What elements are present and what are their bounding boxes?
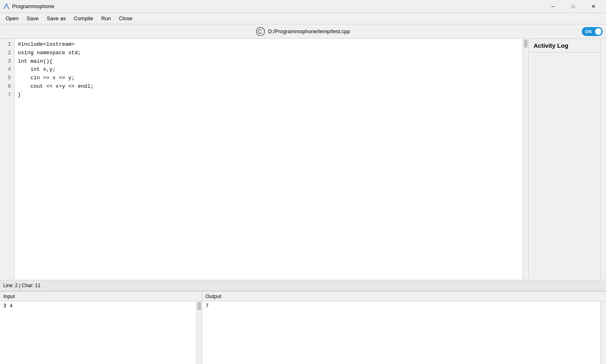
input-scrollbar-thumb — [197, 302, 201, 310]
output-panel-body — [202, 301, 606, 364]
main-area: 1 2 3 4 5 6 7 #include<iostream> using n… — [0, 39, 606, 280]
menu-bar: Open Save Save as Compile Run Close — [0, 13, 606, 24]
app-icon — [3, 3, 10, 10]
activity-log-header: Activity Log — [529, 39, 600, 53]
line-num-7: 7 — [3, 91, 11, 99]
editor-section: 1 2 3 4 5 6 7 #include<iostream> using n… — [0, 39, 528, 280]
code-editor[interactable]: #include<iostream> using namespace std; … — [15, 39, 523, 280]
menu-open[interactable]: Open — [2, 14, 23, 23]
activity-log-scrollbar[interactable] — [600, 39, 606, 280]
output-panel: Output — [202, 292, 606, 364]
window-controls: ─ □ ✕ — [544, 0, 603, 13]
toggle-switch[interactable]: ON — [582, 27, 603, 36]
activity-log-panel: Activity Log — [528, 39, 600, 280]
svg-point-0 — [256, 27, 265, 35]
file-path: D:/Programmophone/temp/test.cpp — [268, 28, 350, 34]
toolbar-center: D:/Programmophone/temp/test.cpp — [24, 27, 582, 36]
output-scrollbar[interactable] — [600, 301, 606, 364]
menu-run[interactable]: Run — [97, 14, 115, 23]
title-bar-left: Programmophone — [3, 3, 54, 10]
input-panel-header: Input — [0, 292, 202, 301]
line-num-3: 3 — [3, 57, 11, 66]
bottom-panels: Input Output — [0, 291, 606, 364]
menu-save-as[interactable]: Save as — [42, 14, 70, 23]
line-numbers: 1 2 3 4 5 6 7 — [0, 39, 15, 280]
output-panel-header: Output — [202, 292, 606, 301]
line-num-1: 1 — [3, 40, 11, 49]
line-num-2: 2 — [3, 49, 11, 57]
toggle-label: ON — [585, 29, 592, 34]
editor-scrollbar-thumb — [524, 40, 528, 48]
input-textarea[interactable] — [0, 301, 196, 364]
input-panel: Input — [0, 292, 202, 364]
input-panel-body — [0, 301, 202, 364]
title-bar: Programmophone ─ □ ✕ — [0, 0, 606, 13]
menu-compile[interactable]: Compile — [70, 14, 97, 23]
input-scrollbar[interactable] — [196, 301, 202, 364]
app-title: Programmophone — [12, 3, 54, 9]
close-button[interactable]: ✕ — [584, 0, 603, 13]
minimize-button[interactable]: ─ — [544, 0, 562, 13]
toggle-knob — [595, 28, 602, 35]
status-text: Line: 2 | Char: 11 — [3, 283, 40, 288]
activity-log-content — [529, 53, 600, 280]
line-num-5: 5 — [3, 74, 11, 83]
menu-save[interactable]: Save — [23, 14, 43, 23]
line-num-6: 6 — [3, 83, 11, 91]
output-textarea[interactable] — [202, 301, 600, 364]
cpp-logo-icon — [256, 27, 265, 36]
editor-scrollbar[interactable] — [523, 39, 528, 280]
toolbar: D:/Programmophone/temp/test.cpp ON — [0, 24, 606, 39]
maximize-button[interactable]: □ — [564, 0, 583, 13]
menu-close[interactable]: Close — [115, 14, 136, 23]
line-num-4: 4 — [3, 66, 11, 74]
status-bar: Line: 2 | Char: 11 — [0, 280, 606, 291]
